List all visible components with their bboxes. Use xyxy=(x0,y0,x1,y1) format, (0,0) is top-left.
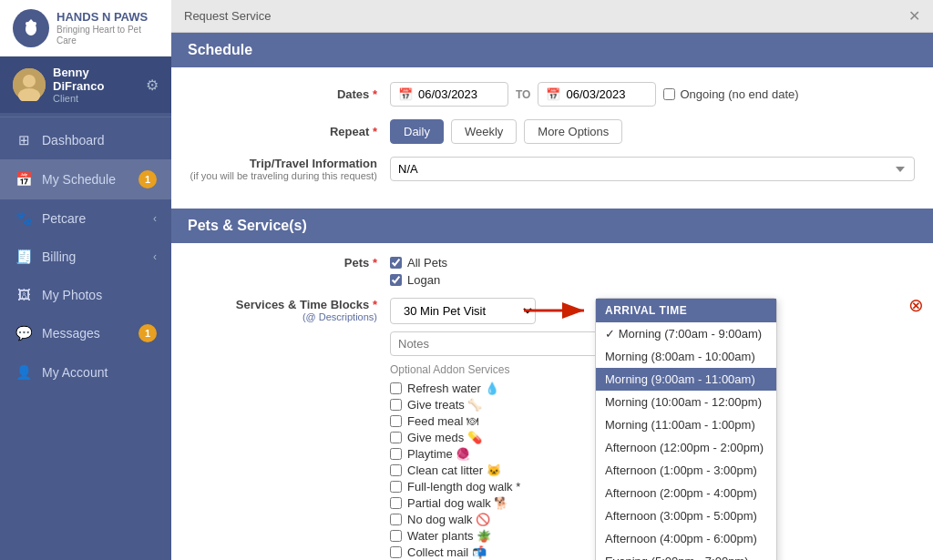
messages-badge: 1 xyxy=(138,324,157,342)
sidebar-item-my-account-label: My Account xyxy=(42,365,108,380)
time-option-6[interactable]: Afternoon (1:00pm - 3:00pm) xyxy=(596,459,776,482)
time-option-2[interactable]: Morning (9:00am - 11:00am) xyxy=(596,368,776,391)
time-option-10[interactable]: Evening (5:00pm - 7:00pm) xyxy=(596,550,776,560)
time-option-8[interactable]: Afternoon (3:00pm - 5:00pm) xyxy=(596,504,776,527)
sidebar: HANDS N PAWS Bringing Heart to Pet Care … xyxy=(0,0,171,560)
user-info: Benny DiFranco Client xyxy=(53,66,138,104)
date-to-value: 06/03/2023 xyxy=(566,87,625,101)
settings-icon[interactable]: ⚙ xyxy=(146,76,159,94)
user-role: Client xyxy=(53,93,138,104)
time-option-7[interactable]: Afternoon (2:00pm - 4:00pm) xyxy=(596,482,776,504)
time-option-3[interactable]: Morning (10:00am - 12:00pm) xyxy=(596,391,776,413)
time-option-0[interactable]: Morning (7:00am - 9:00am) xyxy=(596,322,776,345)
arrow-indicator xyxy=(522,298,595,326)
pet-all-pets[interactable]: All Pets xyxy=(390,256,447,270)
messages-icon: 💬 xyxy=(15,325,33,341)
sidebar-item-billing-label: Billing xyxy=(42,249,76,264)
sidebar-item-messages[interactable]: 💬 Messages 1 xyxy=(0,313,171,353)
time-option-1[interactable]: Morning (8:00am - 10:00am) xyxy=(596,345,776,368)
petcare-chevron: ‹ xyxy=(153,212,157,225)
dates-label: Dates * xyxy=(190,87,390,101)
remove-x-icon: ⊗ xyxy=(908,295,924,315)
all-pets-label: All Pets xyxy=(407,256,447,270)
services-content: 30 Min Pet Visit xyxy=(390,298,915,560)
date-to-input[interactable]: 📅 06/03/2023 xyxy=(538,82,656,107)
time-dropdown-header: ARRIVAL TIME xyxy=(596,299,776,322)
time-option-5[interactable]: Afternoon (12:00pm - 2:00pm) xyxy=(596,436,776,459)
schedule-section-title: Schedule xyxy=(188,42,252,57)
to-label: TO xyxy=(516,88,530,101)
close-button[interactable]: ✕ xyxy=(908,7,920,25)
pet-logan[interactable]: Logan xyxy=(390,273,447,287)
date-from-input[interactable]: 📅 06/03/2023 xyxy=(390,82,508,107)
sidebar-item-petcare[interactable]: 🐾 Petcare ‹ xyxy=(0,199,171,238)
photos-icon: 🖼 xyxy=(15,287,33,302)
sidebar-item-my-photos-label: My Photos xyxy=(42,288,102,302)
logo-icon xyxy=(13,9,49,47)
sidebar-item-my-account[interactable]: 👤 My Account xyxy=(0,353,171,392)
dashboard-icon: ⊞ xyxy=(15,132,33,148)
modal-title: Request Service xyxy=(184,9,271,23)
repeat-label: Repeat * xyxy=(190,125,390,138)
sidebar-item-billing[interactable]: 🧾 Billing ‹ xyxy=(0,238,171,276)
sidebar-item-my-photos[interactable]: 🖼 My Photos xyxy=(0,276,171,313)
all-pets-checkbox[interactable] xyxy=(390,257,402,269)
time-option-4[interactable]: Morning (11:00am - 1:00pm) xyxy=(596,413,776,436)
remove-service-button[interactable]: ⊗ xyxy=(908,294,924,316)
repeat-more-options-button[interactable]: More Options xyxy=(524,119,622,144)
brand-tagline: Bringing Heart to Pet Care xyxy=(56,25,159,46)
calendar-to-icon: 📅 xyxy=(546,87,560,101)
svg-point-1 xyxy=(33,22,36,25)
sidebar-item-petcare-label: Petcare xyxy=(42,211,86,226)
descriptions-link[interactable]: (@ Descriptions) xyxy=(190,311,377,322)
trip-select[interactable]: N/A xyxy=(390,157,915,181)
billing-chevron: ‹ xyxy=(153,250,157,263)
billing-icon: 🧾 xyxy=(15,249,33,265)
services-label: Services & Time Blocks * (@ Descriptions… xyxy=(190,298,390,322)
ongoing-label[interactable]: Ongoing (no end date) xyxy=(663,87,798,101)
svg-point-3 xyxy=(23,75,36,87)
svg-point-0 xyxy=(26,22,29,25)
sidebar-item-my-schedule[interactable]: 📅 My Schedule 1 xyxy=(0,159,171,199)
pets-label: Pets * xyxy=(190,256,390,270)
time-dropdown: ARRIVAL TIME Morning (7:00am - 9:00am) M… xyxy=(595,298,777,560)
logo-area: HANDS N PAWS Bringing Heart to Pet Care xyxy=(0,0,171,56)
sidebar-item-my-schedule-label: My Schedule xyxy=(42,172,116,187)
content-area: Schedule Dates * 📅 06/03/2023 TO 📅 xyxy=(171,33,933,560)
repeat-weekly-button[interactable]: Weekly xyxy=(451,119,517,144)
sidebar-item-dashboard[interactable]: ⊞ Dashboard xyxy=(0,121,171,159)
modal-header: Request Service ✕ xyxy=(171,0,933,33)
calendar-from-icon: 📅 xyxy=(398,87,413,101)
ongoing-checkbox[interactable] xyxy=(663,88,675,100)
dates-control: 📅 06/03/2023 TO 📅 06/03/2023 Ongoing (no… xyxy=(390,82,915,107)
avatar xyxy=(13,68,46,101)
trip-label: Trip/Travel Information (if you will be … xyxy=(190,157,390,181)
repeat-daily-button[interactable]: Daily xyxy=(390,119,444,144)
trip-row: Trip/Travel Information (if you will be … xyxy=(190,157,915,181)
logan-checkbox[interactable] xyxy=(390,274,402,286)
petcare-icon: 🐾 xyxy=(15,210,33,227)
schedule-icon: 📅 xyxy=(15,171,33,188)
services-row: Services & Time Blocks * (@ Descriptions… xyxy=(190,298,915,560)
logan-label: Logan xyxy=(407,273,440,287)
user-name: Benny DiFranco xyxy=(53,66,138,93)
trip-control: N/A xyxy=(390,157,915,181)
time-option-9[interactable]: Afternoon (4:00pm - 6:00pm) xyxy=(596,527,776,550)
repeat-row: Repeat * Daily Weekly More Options xyxy=(190,119,915,144)
repeat-control: Daily Weekly More Options xyxy=(390,119,915,144)
pets-services-area: Pets * All Pets Logan Servi xyxy=(171,243,933,560)
schedule-badge: 1 xyxy=(138,170,157,188)
schedule-section-header: Schedule xyxy=(171,33,933,67)
pets-section-header: Pets & Service(s) xyxy=(171,209,933,243)
brand-name: HANDS N PAWS xyxy=(56,10,159,25)
service-select[interactable]: 30 Min Pet Visit xyxy=(390,298,536,324)
sidebar-item-dashboard-label: Dashboard xyxy=(42,133,105,148)
pets-section-title: Pets & Service(s) xyxy=(188,218,307,233)
schedule-form: Dates * 📅 06/03/2023 TO 📅 06/03/2023 xyxy=(171,67,933,209)
logo-text: HANDS N PAWS Bringing Heart to Pet Care xyxy=(56,10,159,46)
pets-checkbox-list: All Pets Logan xyxy=(390,256,447,287)
date-from-value: 06/03/2023 xyxy=(418,87,477,101)
pets-row: Pets * All Pets Logan xyxy=(190,256,915,287)
main-content: Request Service ✕ Schedule Dates * 📅 06/… xyxy=(171,0,933,560)
sidebar-item-messages-label: Messages xyxy=(42,326,100,341)
